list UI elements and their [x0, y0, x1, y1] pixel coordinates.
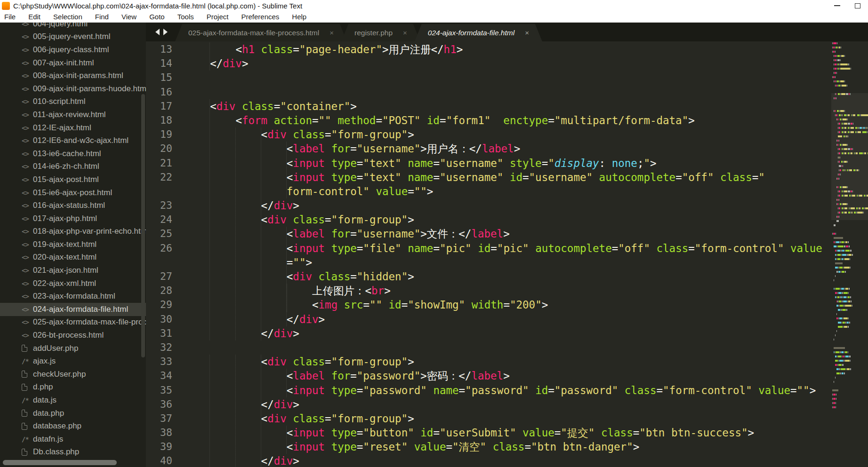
sidebar-file-data.php[interactable]: data.php	[0, 407, 146, 420]
sidebar-file-019-ajax-text.html[interactable]: <>019-ajax-text.html	[0, 238, 146, 251]
file-name: 019-ajax-text.html	[33, 240, 96, 249]
code-text[interactable]: <div class="form-group">	[185, 127, 414, 142]
file-name: addUser.php	[33, 344, 78, 353]
sidebar-file-004-jquery.html[interactable]: <>004-jquery.html	[0, 23, 146, 31]
sidebar-file-007-ajax-init.html[interactable]: <>007-ajax-init.html	[0, 56, 146, 70]
sidebar-file-d.php[interactable]: d.php	[0, 381, 146, 394]
minimap-row	[836, 220, 839, 222]
sidebar-file-checkUser.php[interactable]: checkUser.php	[0, 368, 146, 381]
code-text[interactable]: </div>	[185, 312, 325, 326]
code-text[interactable]: <div class="form-group">	[185, 213, 414, 227]
menu-item-selection[interactable]: Selection	[53, 13, 82, 21]
code-text[interactable]: form-control" value="">	[185, 184, 433, 198]
sidebar-file-ajax.js[interactable]: /*ajax.js	[0, 355, 146, 368]
minimap-viewport[interactable]	[831, 93, 868, 220]
tab-scroll-left-button[interactable]	[155, 29, 160, 35]
tab-scroll-right-button[interactable]	[163, 29, 168, 35]
sidebar-file-026-bt-process.html[interactable]: <>026-bt-process.html	[0, 329, 146, 342]
code-text[interactable]: </div>	[185, 56, 248, 71]
code-text[interactable]: <div class="container">	[185, 99, 357, 113]
sidebar-file-database.php[interactable]: database.php	[0, 420, 146, 433]
minimap-row	[836, 313, 837, 316]
minimize-icon	[834, 5, 840, 6]
menu-item-edit[interactable]: Edit	[28, 13, 40, 21]
sidebar-file-009-ajax-init-params-huode.html[interactable]: <>009-ajax-init-params-huode.html	[0, 82, 146, 95]
line-number: 19	[146, 127, 172, 142]
menu-item-preferences[interactable]: Preferences	[241, 13, 279, 21]
line-number: 15	[146, 71, 172, 85]
code-text[interactable]: </div>	[185, 326, 299, 340]
sidebar-file-datafn.js[interactable]: /*datafn.js	[0, 433, 146, 446]
menu-item-file[interactable]: File	[4, 13, 16, 21]
code-text[interactable]: <input type="text" name="username" style…	[185, 156, 657, 170]
sidebar-vertical-scrollbar[interactable]	[141, 94, 145, 357]
code-editor[interactable]: 13<h1 class="page-header">用户注册</h1>14</d…	[146, 41, 868, 467]
code-text[interactable]: <input type="button" id="userSubmit" val…	[185, 426, 754, 440]
code-text[interactable]: <input type="file" name="pic" id="pic" a…	[185, 241, 822, 255]
code-text[interactable]: <div class="form-group">	[185, 412, 414, 426]
code-text[interactable]: <form action="" method="POST" id="form1"…	[185, 113, 695, 127]
code-text[interactable]: <h1 class="page-header">用户注册</h1>	[185, 42, 463, 56]
minimap-row	[834, 347, 845, 349]
code-text[interactable]: <div class="form-group">	[185, 355, 414, 369]
html-file-icon: <>	[22, 228, 33, 235]
sidebar-file-020-ajax-text.html[interactable]: <>020-ajax-text.html	[0, 251, 146, 264]
sidebar-file-016-ajax-status.html[interactable]: <>016-ajax-status.html	[0, 199, 146, 212]
code-text[interactable]: <label for="password">密码：</label>	[185, 369, 510, 383]
code-text[interactable]: <img src="" id="showImg" width="200">	[185, 298, 548, 312]
code-text[interactable]: </div>	[185, 397, 299, 412]
tab-024-ajax-formdata-file.html[interactable]: 024-ajax-formdata-file.html×	[415, 24, 542, 41]
sidebar-file-021-ajax-json.html[interactable]: <>021-ajax-json.html	[0, 264, 146, 277]
menu-item-goto[interactable]: Goto	[149, 13, 165, 21]
sidebar-file-024-ajax-formdata-file.html[interactable]: <>024-ajax-formdata-file.html	[0, 303, 146, 316]
sidebar-file-006-jquery-class.html[interactable]: <>006-jquery-class.html	[0, 43, 146, 56]
code-text[interactable]: <input type="password" name="password" i…	[185, 383, 816, 397]
sidebar-file-014-ie6-zh-ch.html[interactable]: <>014-ie6-zh-ch.html	[0, 160, 146, 174]
sidebar-file-023-ajax-formdata.html[interactable]: <>023-ajax-formdata.html	[0, 290, 146, 303]
sidebar-file-017-ajax-php.html[interactable]: <>017-ajax-php.html	[0, 212, 146, 225]
tab-label: 024-ajax-formdata-file.html	[428, 29, 514, 37]
file-name: d.php	[33, 382, 53, 392]
code-text[interactable]: 上传图片：<br>	[185, 284, 391, 298]
menu-item-tools[interactable]: Tools	[177, 13, 194, 21]
close-icon[interactable]: ×	[403, 29, 407, 37]
sidebar-file-015-ie6-ajax-post.html[interactable]: <>015-ie6-ajax-post.html	[0, 186, 146, 199]
sidebar-file-013-ie6-cache.html[interactable]: <>013-ie6-cache.html	[0, 147, 146, 160]
close-icon[interactable]: ×	[330, 29, 334, 37]
menu-item-find[interactable]: Find	[95, 13, 109, 21]
sidebar-file-015-ajax-post.html[interactable]: <>015-ajax-post.html	[0, 173, 146, 186]
menu-item-view[interactable]: View	[121, 13, 137, 21]
sidebar-file-addUser.php[interactable]: addUser.php	[0, 342, 146, 355]
sidebar-file-025-ajax-formdata-max-file-process.html[interactable]: <>025-ajax-formdata-max-file-process.htm…	[0, 316, 146, 329]
sidebar-file-011-ajax-review.html[interactable]: <>011-ajax-review.html	[0, 108, 146, 121]
menu-item-project[interactable]: Project	[207, 13, 229, 21]
minimap[interactable]	[831, 42, 868, 419]
code-text[interactable]: <label for="username">用户名：</label>	[185, 142, 520, 156]
tab-register.php[interactable]: register.php×	[341, 24, 420, 41]
sidebar-file-010-script.html[interactable]: <>010-script.html	[0, 95, 146, 109]
sidebar-file-005-jquery-event.html[interactable]: <>005-jquery-event.html	[0, 31, 146, 44]
minimize-button[interactable]	[827, 0, 847, 11]
line-number: 25	[146, 227, 172, 241]
sidebar-file-Db.class.php[interactable]: Db.class.php	[0, 446, 146, 459]
code-text[interactable]: ="">	[185, 255, 312, 269]
code-text[interactable]: <input type="text" name="username" id="u…	[185, 170, 765, 184]
sidebar-file-data.js[interactable]: /*data.js	[0, 394, 146, 407]
sidebar-file-008-ajax-init-params.html[interactable]: <>008-ajax-init-params.html	[0, 69, 146, 82]
code-text[interactable]: <input type="reset" value="清空" class="bt…	[185, 440, 639, 454]
sidebar-horizontal-scrollbar[interactable]	[3, 460, 117, 465]
close-icon[interactable]: ×	[525, 29, 529, 37]
html-file-icon: <>	[22, 85, 33, 93]
sidebar-file-012-IE-ajax.html[interactable]: <>012-IE-ajax.html	[0, 121, 146, 135]
sidebar-file-012-IE6-and-w3c-ajax.html[interactable]: <>012-IE6-and-w3c-ajax.html	[0, 134, 146, 147]
code-text[interactable]: </div>	[185, 198, 299, 213]
maximize-button[interactable]	[847, 0, 868, 11]
sidebar-file-018-ajax-php-var-print-echo.html[interactable]: <>018-ajax-php-var-print-echo.html	[0, 225, 146, 238]
sidebar-file-022-ajax-xml.html[interactable]: <>022-ajax-xml.html	[0, 277, 146, 290]
code-text[interactable]: </div>	[185, 454, 299, 467]
code-text[interactable]: <label for="username">文件：</label>	[185, 227, 510, 241]
window-controls	[827, 0, 868, 11]
menu-item-help[interactable]: Help	[292, 13, 306, 21]
tab-025-ajax-formdata-max-file-process.html[interactable]: 025-ajax-formdata-max-file-process.html×	[175, 24, 347, 41]
code-text[interactable]: <div class="hidden">	[185, 269, 414, 284]
